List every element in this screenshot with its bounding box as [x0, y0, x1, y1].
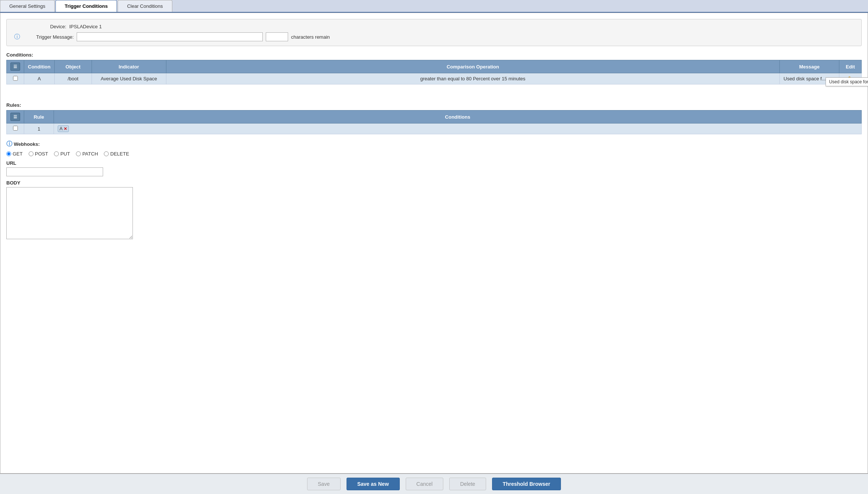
url-input[interactable]	[6, 167, 103, 176]
delete-button[interactable]: Delete	[449, 478, 486, 490]
rules-select-all-btn[interactable]: ☰	[10, 113, 20, 121]
device-label: Device:	[14, 24, 66, 29]
condition-tag-a: A ✕	[58, 125, 69, 132]
method-delete[interactable]: DELETE	[104, 151, 129, 157]
tab-trigger-conditions[interactable]: Trigger Conditions	[55, 0, 117, 12]
trigger-message-input[interactable]	[77, 32, 263, 41]
conditions-select-all-btn[interactable]: ☰	[10, 62, 20, 71]
conditions-th-condition: Condition	[24, 60, 55, 73]
conditions-table: ☰ Condition Object Indicator Comparison …	[6, 60, 862, 84]
main-content: Device: IPSLADevice 1 ⓘ Trigger Message:…	[0, 13, 868, 474]
tab-clear-conditions[interactable]: Clear Conditions	[118, 0, 172, 12]
condition-tooltip: Used disk space for IPSLADevice 1 80% or…	[826, 77, 868, 86]
condition-tag-remove[interactable]: ✕	[64, 126, 67, 131]
rules-th-conditions: Conditions	[54, 110, 862, 124]
rules-section: Rules: ☰ Rule Conditions 1	[6, 102, 862, 134]
threshold-browser-button[interactable]: Threshold Browser	[492, 478, 561, 490]
webhooks-method-group: GET POST PUT PATCH DELETE	[6, 151, 862, 157]
bottom-bar: Save Save as New Cancel Delete Threshold…	[0, 474, 868, 494]
condition-row-checkbox-cell	[7, 73, 24, 84]
chars-remain-input[interactable]	[266, 32, 288, 41]
conditions-th-edit: Edit	[839, 60, 862, 73]
conditions-th-indicator: Indicator	[92, 60, 166, 73]
conditions-th-object: Object	[54, 60, 92, 73]
condition-row-message: Used disk space f... Used disk space for…	[780, 73, 839, 84]
condition-row-condition: A	[24, 73, 55, 84]
rule-row-checkbox[interactable]	[13, 126, 18, 131]
tab-general[interactable]: General Settings	[0, 0, 55, 12]
conditions-th-message: Message	[780, 60, 839, 73]
webhooks-title-text: Webhooks:	[14, 141, 40, 147]
trigger-message-label: Trigger Message:	[22, 34, 74, 40]
webhooks-title: ⓘ Webhooks:	[6, 140, 862, 148]
condition-row-comparison: greater than equal to 80 Percent over 15…	[166, 73, 779, 84]
table-row: A /boot Average Used Disk Space greater …	[7, 73, 862, 84]
cancel-button[interactable]: Cancel	[406, 478, 444, 490]
conditions-section: Conditions: ☰ Condition Object Indicator…	[6, 52, 862, 84]
table-row: 1 A ✕	[7, 124, 862, 134]
condition-tag-label: A	[60, 126, 63, 131]
conditions-th-checkbox: ☰	[7, 60, 24, 73]
rule-row-conditions: A ✕	[54, 124, 862, 134]
conditions-th-comparison: Comparison Operation	[166, 60, 779, 73]
webhooks-section: ⓘ Webhooks: GET POST PUT PATCH DELETE UR…	[6, 140, 862, 239]
trigger-row: ⓘ Trigger Message: characters remain	[14, 32, 854, 41]
rules-table: ☰ Rule Conditions 1 A ✕	[6, 110, 862, 134]
condition-message-text: Used disk space f...	[784, 76, 826, 81]
save-button[interactable]: Save	[307, 478, 341, 490]
webhooks-help-icon: ⓘ	[6, 140, 12, 148]
save-as-new-button[interactable]: Save as New	[347, 478, 400, 490]
rule-row-checkbox-cell	[7, 124, 24, 134]
method-get[interactable]: GET	[6, 151, 23, 157]
chars-remain-label: characters remain	[291, 34, 330, 40]
tabs-bar: General Settings Trigger Conditions Clea…	[0, 0, 868, 13]
rules-label: Rules:	[6, 102, 862, 108]
condition-row-object: /boot	[54, 73, 92, 84]
url-label: URL	[6, 160, 862, 166]
rules-th-checkbox: ☰	[7, 110, 24, 124]
conditions-label: Conditions:	[6, 52, 862, 58]
body-textarea[interactable]	[6, 187, 133, 239]
body-label: BODY	[6, 180, 862, 186]
help-icon: ⓘ	[14, 33, 20, 41]
device-section: Device: IPSLADevice 1 ⓘ Trigger Message:…	[6, 19, 862, 46]
rule-row-number: 1	[24, 124, 54, 134]
device-value: IPSLADevice 1	[69, 24, 102, 29]
condition-tooltip-text: Used disk space for IPSLADevice 1 80% or…	[829, 79, 868, 84]
method-patch[interactable]: PATCH	[76, 151, 98, 157]
device-row: Device: IPSLADevice 1	[14, 24, 854, 29]
condition-row-indicator: Average Used Disk Space	[92, 73, 166, 84]
condition-row-checkbox[interactable]	[13, 76, 18, 81]
rules-th-rule: Rule	[24, 110, 54, 124]
method-put[interactable]: PUT	[54, 151, 70, 157]
method-post[interactable]: POST	[29, 151, 48, 157]
spacer	[6, 90, 862, 102]
